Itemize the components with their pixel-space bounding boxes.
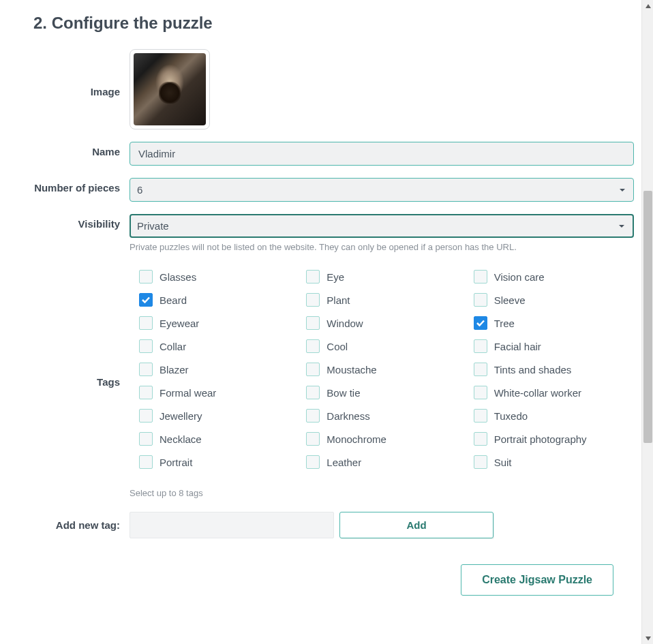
tag-item: Beard xyxy=(139,293,299,307)
visibility-field: Private Private puzzles will not be list… xyxy=(130,214,634,252)
submit-row: Create Jigsaw Puzzle xyxy=(20,564,634,596)
tag-item: Eye xyxy=(306,270,466,283)
tag-item: Cool xyxy=(306,339,466,353)
tag-checkbox[interactable] xyxy=(474,339,487,353)
name-label: Name xyxy=(20,142,130,157)
image-thumbnail[interactable] xyxy=(130,49,210,129)
tag-label[interactable]: Portrait xyxy=(160,457,192,468)
tag-label[interactable]: Suit xyxy=(494,457,512,468)
tag-item: Eyewear xyxy=(139,316,299,330)
tag-item: Plant xyxy=(306,293,466,307)
tags-field: GlassesEyeVision careBeardPlantSleeveEye… xyxy=(130,270,634,498)
tag-label[interactable]: Plant xyxy=(326,294,350,306)
tag-label[interactable]: Cool xyxy=(326,341,348,352)
tag-label[interactable]: Jewellery xyxy=(160,410,202,422)
name-row: Name xyxy=(20,142,634,166)
tag-item: Monochrome xyxy=(306,432,466,446)
name-input[interactable] xyxy=(130,142,634,166)
tag-item: Collar xyxy=(139,339,299,353)
tag-checkbox[interactable] xyxy=(306,432,320,446)
tag-checkbox[interactable] xyxy=(306,455,320,469)
tag-label[interactable]: Beard xyxy=(160,294,187,306)
chevron-up-icon xyxy=(646,4,651,8)
image-field xyxy=(130,49,634,129)
tag-label[interactable]: Collar xyxy=(160,341,186,352)
tag-label[interactable]: Necklace xyxy=(160,433,202,445)
tag-checkbox[interactable] xyxy=(306,386,320,399)
pieces-field: 6 xyxy=(130,178,634,202)
tag-checkbox[interactable] xyxy=(139,386,153,399)
check-icon xyxy=(476,320,485,326)
tag-label[interactable]: Blazer xyxy=(160,364,189,375)
tag-checkbox[interactable] xyxy=(139,339,153,353)
tag-label[interactable]: Tints and shades xyxy=(494,364,572,375)
tag-checkbox[interactable] xyxy=(306,363,320,376)
tag-item: Sleeve xyxy=(474,293,634,307)
tag-label[interactable]: Eyewear xyxy=(160,318,199,329)
chevron-down-icon xyxy=(646,637,651,641)
tag-checkbox[interactable] xyxy=(306,339,320,353)
tag-checkbox[interactable] xyxy=(474,455,487,469)
tags-row: Tags GlassesEyeVision careBeardPlantSlee… xyxy=(20,270,634,498)
tag-checkbox[interactable] xyxy=(306,409,320,423)
tag-item: Portrait photography xyxy=(474,432,634,446)
tag-checkbox[interactable] xyxy=(474,270,487,283)
tag-checkbox[interactable] xyxy=(474,432,487,446)
tag-label[interactable]: Sleeve xyxy=(494,294,526,306)
scroll-thumb[interactable] xyxy=(643,191,652,443)
tag-checkbox[interactable] xyxy=(139,455,153,469)
tags-grid: GlassesEyeVision careBeardPlantSleeveEye… xyxy=(130,270,634,469)
tag-label[interactable]: Moustache xyxy=(326,364,376,375)
visibility-row: Visibility Private Private puzzles will … xyxy=(20,214,634,252)
tag-label[interactable]: Portrait photography xyxy=(494,433,587,445)
tag-checkbox[interactable] xyxy=(139,432,153,446)
visibility-select[interactable]: Private xyxy=(130,214,634,238)
page-scrollbar[interactable] xyxy=(641,0,653,644)
tag-checkbox[interactable] xyxy=(139,270,153,283)
tag-label[interactable]: Formal wear xyxy=(160,387,216,399)
tag-checkbox[interactable] xyxy=(306,270,320,283)
image-label: Image xyxy=(20,49,130,97)
tag-checkbox[interactable] xyxy=(139,316,153,330)
tag-item: Moustache xyxy=(306,363,466,376)
image-preview xyxy=(134,53,206,125)
tag-label[interactable]: Window xyxy=(326,318,363,329)
tag-label[interactable]: Tuxedo xyxy=(494,410,528,422)
tag-checkbox[interactable] xyxy=(474,316,487,330)
tag-label[interactable]: Vision care xyxy=(494,271,545,283)
tag-checkbox[interactable] xyxy=(474,293,487,307)
pieces-label: Number of pieces xyxy=(20,178,130,194)
tag-item: Tree xyxy=(474,316,634,330)
tag-checkbox[interactable] xyxy=(139,409,153,423)
tags-label: Tags xyxy=(20,270,130,388)
tag-label[interactable]: Darkness xyxy=(326,410,369,422)
tag-item: Suit xyxy=(474,455,634,469)
add-tag-input[interactable] xyxy=(130,512,334,538)
tag-checkbox[interactable] xyxy=(306,316,320,330)
name-field xyxy=(130,142,634,166)
tag-item: Vision care xyxy=(474,270,634,283)
tag-checkbox[interactable] xyxy=(139,293,153,307)
tag-item: Necklace xyxy=(139,432,299,446)
tag-checkbox[interactable] xyxy=(474,409,487,423)
tag-label[interactable]: Bow tie xyxy=(326,387,360,399)
tag-item: Window xyxy=(306,316,466,330)
tag-label[interactable]: Leather xyxy=(326,457,361,468)
tag-checkbox[interactable] xyxy=(139,363,153,376)
tag-item: Formal wear xyxy=(139,386,299,399)
tag-label[interactable]: Facial hair xyxy=(494,341,541,352)
pieces-select[interactable]: 6 xyxy=(130,178,634,202)
tag-label[interactable]: Tree xyxy=(494,318,515,329)
add-button[interactable]: Add xyxy=(339,512,493,538)
tag-item: Tuxedo xyxy=(474,409,634,423)
scroll-up-button[interactable] xyxy=(642,0,653,12)
scroll-down-button[interactable] xyxy=(642,632,653,644)
tag-checkbox[interactable] xyxy=(474,386,487,399)
tag-label[interactable]: White-collar worker xyxy=(494,387,581,399)
tag-checkbox[interactable] xyxy=(474,363,487,376)
tag-checkbox[interactable] xyxy=(306,293,320,307)
tag-label[interactable]: Monochrome xyxy=(326,433,386,445)
tag-label[interactable]: Eye xyxy=(326,271,344,283)
tag-label[interactable]: Glasses xyxy=(160,271,196,283)
create-button[interactable]: Create Jigsaw Puzzle xyxy=(461,564,613,596)
